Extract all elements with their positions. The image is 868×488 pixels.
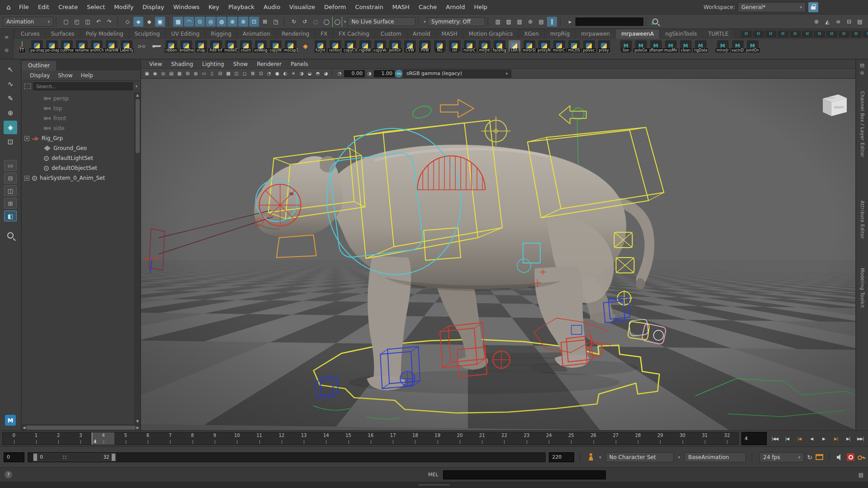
live-surface-ring-icon[interactable]: ◯ bbox=[321, 17, 331, 27]
go-to-end-button[interactable]: ▶▶| bbox=[855, 432, 866, 445]
sidebar-vertical-tab[interactable]: Modeling Toolkit bbox=[860, 268, 865, 308]
open-render-view-icon[interactable]: ▥ bbox=[493, 17, 503, 27]
frame-cell[interactable]: 21 bbox=[471, 432, 493, 445]
viewport-menu-item[interactable]: Renderer bbox=[252, 61, 286, 68]
menu-item[interactable]: Cache bbox=[414, 2, 441, 12]
shelf-button[interactable]: jointOn bbox=[745, 40, 760, 59]
snap-point-icon[interactable]: ⊙ bbox=[195, 17, 205, 27]
shelf-button[interactable]: poleGe bbox=[633, 40, 648, 59]
workspace-select[interactable]: General* ▾ bbox=[738, 2, 806, 12]
shelf-button[interactable]: animCh bbox=[89, 40, 104, 59]
outliner-row[interactable]: + defaultLightSet bbox=[22, 153, 134, 163]
step-back-key-button[interactable]: |◀ bbox=[794, 432, 805, 445]
view-cube[interactable]: RIGHT RIGHT bbox=[823, 94, 847, 116]
shelf-overflow-icon[interactable] bbox=[814, 31, 825, 38]
current-time-field[interactable]: 4 bbox=[741, 432, 767, 445]
scrollbar-thumb[interactable] bbox=[26, 426, 136, 430]
scroll-down-icon[interactable]: ▼ bbox=[136, 418, 139, 424]
safe-title-icon[interactable]: ◻ bbox=[241, 70, 249, 78]
expand-toggle-icon[interactable]: + bbox=[24, 136, 29, 141]
layout-outliner-persp[interactable]: ◧ bbox=[4, 211, 17, 221]
shelf-button[interactable]: rename bbox=[74, 40, 89, 59]
shelf-button[interactable]: FT bbox=[14, 40, 29, 59]
character-set-select[interactable]: No Character Set bbox=[606, 452, 674, 462]
frame-cell[interactable]: 23 bbox=[515, 432, 538, 445]
frame-selection-icon[interactable]: ⊡ bbox=[257, 70, 265, 78]
new-scene-icon[interactable]: ▢ bbox=[61, 17, 71, 27]
exposure-field[interactable]: 0.00 bbox=[344, 70, 365, 77]
chevron-down-icon[interactable]: ▾ bbox=[678, 455, 680, 460]
outliner-menu-item[interactable]: Help bbox=[77, 71, 97, 80]
menu-item[interactable]: Display bbox=[138, 2, 169, 12]
go-to-start-button[interactable]: |◀◀ bbox=[769, 432, 780, 445]
shelf-button[interactable]: faceRig bbox=[492, 40, 507, 59]
shelf-button[interactable]: musMir bbox=[663, 40, 678, 59]
shelf-tab[interactable]: Sculpting bbox=[129, 29, 166, 39]
select-tool[interactable]: ↖ bbox=[4, 63, 17, 76]
frame-cell[interactable]: 2 bbox=[47, 432, 70, 445]
shelf-button[interactable]: voWeig bbox=[253, 40, 268, 59]
toolbar-grip[interactable] bbox=[418, 18, 420, 26]
shelf-button[interactable]: sel bbox=[447, 40, 462, 59]
shelf-button[interactable]: CVW bbox=[402, 40, 417, 59]
display-layers-icon[interactable]: ▤ bbox=[536, 17, 546, 27]
chevron-down-icon[interactable]: ▾ bbox=[424, 19, 426, 24]
toolbar-grip[interactable] bbox=[283, 18, 286, 26]
frame-cell[interactable]: 25 bbox=[560, 432, 582, 445]
lights-icon[interactable]: ☀ bbox=[289, 70, 297, 78]
shelf-button[interactable]: jointOr bbox=[387, 40, 402, 59]
chevron-down-icon[interactable]: ▾ bbox=[135, 84, 137, 89]
shelf-overflow-icon[interactable] bbox=[790, 31, 801, 38]
auto-keyframe-toggle[interactable] bbox=[847, 453, 854, 461]
mel-command-input[interactable] bbox=[443, 470, 606, 479]
outliner-row[interactable]: + hairSystem_0_Anim_Set bbox=[22, 173, 134, 183]
resolution-gate-icon[interactable]: ▯ bbox=[208, 70, 216, 78]
shelf-button[interactable]: mirorC bbox=[462, 40, 477, 59]
help-icon[interactable]: ? bbox=[5, 471, 12, 479]
toolbar-grip[interactable] bbox=[646, 18, 648, 26]
shelf-tab[interactable]: Arnold bbox=[407, 29, 436, 39]
frame-cell[interactable]: 4 4 bbox=[92, 432, 114, 445]
snap-view-plane-icon[interactable]: ◍ bbox=[217, 17, 226, 27]
rigging-lock-icon[interactable]: ⊡ bbox=[249, 17, 259, 27]
anim-layer-select[interactable]: BaseAnimation bbox=[684, 452, 746, 462]
textured-icon[interactable]: ◐ bbox=[281, 70, 289, 78]
outliner-row[interactable]: + side bbox=[22, 123, 134, 133]
shelf-button[interactable]: miCtlS bbox=[566, 40, 581, 59]
render-settings-icon[interactable]: ⊛ bbox=[525, 17, 535, 27]
scroll-right-icon[interactable]: ▶ bbox=[137, 425, 139, 431]
shelf-button[interactable]: count bbox=[238, 40, 253, 59]
shelf-tab[interactable]: ngSkinTools bbox=[660, 29, 703, 39]
outliner-menu-item[interactable]: Display bbox=[26, 71, 53, 80]
shelf-button[interactable]: ribbon bbox=[164, 40, 179, 59]
viewport-menu-item[interactable]: Show bbox=[229, 61, 252, 68]
menu-set-select[interactable]: Animation ▾ bbox=[3, 17, 53, 27]
outliner-search-input[interactable] bbox=[33, 82, 133, 90]
film-gate-icon[interactable]: ▭ bbox=[200, 70, 208, 78]
outliner-vertical-scrollbar[interactable]: ▲ ▼ bbox=[134, 92, 140, 424]
tool-settings-toggle-icon[interactable]: ⊟ bbox=[844, 17, 854, 27]
lock-camera-icon[interactable]: ◉ bbox=[151, 70, 159, 78]
save-scene-icon[interactable]: ◫ bbox=[83, 17, 93, 27]
frame-cell[interactable]: 13 bbox=[292, 432, 315, 445]
scrollbar-thumb[interactable] bbox=[136, 99, 140, 153]
outliner-row[interactable]: + front bbox=[22, 113, 134, 123]
playblast-icon[interactable] bbox=[816, 454, 823, 460]
sidebar-vertical-tab[interactable]: Attribute Editor bbox=[860, 201, 865, 239]
range-start-handle[interactable] bbox=[33, 454, 37, 461]
shelf-button[interactable]: lion bbox=[618, 40, 633, 59]
shelf-tab[interactable]: Curves bbox=[15, 29, 46, 39]
workspace-lock-button[interactable] bbox=[808, 2, 818, 12]
shelf-button[interactable]: furJnt bbox=[313, 40, 328, 59]
construction-history-icon[interactable]: ◌ bbox=[311, 17, 321, 27]
make-live-icon[interactable]: ⊕ bbox=[227, 17, 237, 27]
chevron-down-icon[interactable]: ▾ bbox=[344, 19, 346, 24]
shelf-button[interactable]: zRenam bbox=[648, 40, 663, 59]
shelf-button[interactable]: copyCV bbox=[343, 40, 358, 59]
shelf-overflow-icon[interactable] bbox=[802, 31, 813, 38]
frame-cell[interactable]: 9 bbox=[203, 432, 226, 445]
frame-cell[interactable]: 31 bbox=[693, 432, 716, 445]
shelf-overflow-icon[interactable] bbox=[753, 31, 764, 38]
fps-select[interactable]: 24 fps ▾ bbox=[760, 452, 804, 462]
shelf-tab[interactable]: Poly Modeling bbox=[80, 29, 129, 39]
